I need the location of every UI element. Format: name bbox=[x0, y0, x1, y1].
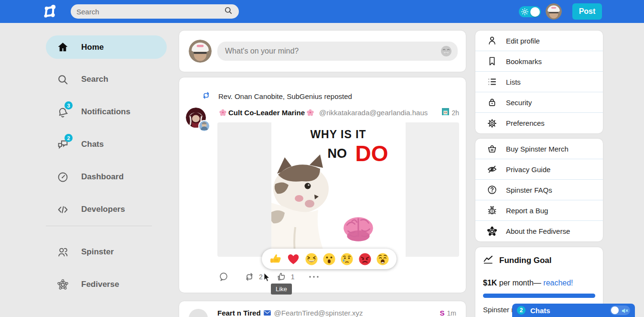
repost-note: Rev. Onan Canobite, SubGenius reposted bbox=[218, 92, 352, 100]
user-avatar[interactable] bbox=[189, 40, 212, 63]
theme-toggle-knob bbox=[530, 7, 540, 17]
post-author-name[interactable]: Feart n Tired bbox=[217, 309, 261, 317]
menu-item-merch[interactable]: Buy Spinster Merch bbox=[475, 139, 603, 159]
menu-item-about-fediverse[interactable]: About the Fediverse bbox=[475, 221, 603, 241]
repost-button[interactable]: 2 bbox=[244, 272, 263, 282]
spinster-logo[interactable] bbox=[43, 4, 57, 19]
funding-reached-link[interactable]: reached! bbox=[543, 279, 573, 287]
bookmark-icon bbox=[487, 56, 497, 66]
sidebar-item-spinster[interactable]: Spinster bbox=[46, 243, 114, 261]
reaction-surprised[interactable] bbox=[322, 252, 336, 266]
more-options-button[interactable] bbox=[308, 274, 320, 279]
reaction-angry[interactable] bbox=[358, 252, 372, 266]
funding-separator: — bbox=[534, 279, 543, 287]
fediverse-icon bbox=[56, 278, 69, 291]
user-avatar[interactable] bbox=[546, 3, 562, 20]
chats-unread-badge: 2 bbox=[517, 306, 526, 315]
post-media: WHY IS IT NO DO bbox=[217, 122, 459, 257]
account-menu-card: Edit profile Bookmarks Lists Security Pr… bbox=[475, 31, 603, 133]
post-author-handle[interactable]: @FeartnTired@spinster.xyz bbox=[274, 309, 363, 317]
menu-item-label: Buy Spinster Merch bbox=[506, 145, 569, 153]
menu-item-faqs[interactable]: Spinster FAQs bbox=[475, 180, 603, 200]
menu-item-security[interactable]: Security bbox=[475, 92, 603, 113]
menu-item-report-bug[interactable]: Report a Bug bbox=[475, 200, 603, 221]
chat-bubbles-icon: 2 bbox=[56, 138, 69, 151]
sidebar-item-home[interactable]: Home bbox=[46, 35, 167, 59]
post-author-name[interactable]: Cult Co-Leader Marine bbox=[228, 109, 305, 117]
sidebar-item-label: Search bbox=[81, 75, 108, 84]
reaction-laughing[interactable] bbox=[305, 252, 318, 266]
reaction-bar bbox=[262, 249, 397, 269]
question-circle-icon bbox=[487, 185, 497, 195]
menu-item-lists[interactable]: Lists bbox=[475, 72, 603, 92]
funding-status-line: $1K per month— reached! bbox=[483, 279, 595, 287]
chat-sound-toggle[interactable] bbox=[610, 306, 630, 315]
code-icon bbox=[56, 203, 69, 216]
sidebar-item-developers[interactable]: Developers bbox=[46, 201, 125, 218]
info-menu-card: Buy Spinster Merch Privacy Guide Spinste… bbox=[475, 139, 603, 241]
sidebar-item-fediverse[interactable]: Fediverse bbox=[46, 276, 119, 293]
reaction-crying[interactable] bbox=[340, 252, 354, 266]
chats-panel-title: Chats bbox=[530, 306, 550, 315]
menu-item-label: Edit profile bbox=[506, 37, 540, 45]
post-timestamp[interactable]: 2h bbox=[451, 109, 459, 117]
chats-panel-header[interactable]: 2 Chats bbox=[512, 304, 635, 317]
person-icon bbox=[487, 35, 497, 46]
reaction-heart[interactable] bbox=[287, 252, 300, 266]
funding-title: Funding Goal bbox=[499, 256, 552, 265]
post-card: Feart n Tired @FeartnTired@spinster.xyz … bbox=[179, 301, 466, 317]
reaction-thumbs-up[interactable] bbox=[269, 252, 282, 266]
sidebar-item-notifications[interactable]: 3 Notifications bbox=[46, 103, 130, 120]
sidebar-item-chats[interactable]: 2 Chats bbox=[46, 136, 104, 153]
sidebar-item-label: Notifications bbox=[81, 107, 130, 117]
menu-item-preferences[interactable]: Preferences bbox=[475, 113, 603, 133]
meme-title-text: WHY IS IT bbox=[271, 128, 406, 141]
menu-item-label: Spinster FAQs bbox=[506, 186, 552, 194]
post-button[interactable]: Post bbox=[572, 3, 602, 20]
menu-item-label: Report a Bug bbox=[506, 207, 548, 215]
post-author-avatar[interactable] bbox=[189, 309, 208, 317]
sidebar-divider bbox=[46, 226, 152, 226]
theme-toggle[interactable] bbox=[519, 6, 541, 17]
sidebar-item-label: Home bbox=[81, 43, 104, 52]
fediverse-icon bbox=[487, 226, 497, 237]
post-card: Rev. Onan Canobite, SubGenius reposted bbox=[179, 77, 466, 293]
cherry-blossom-icon bbox=[307, 109, 314, 116]
sidebar-item-search[interactable]: Search bbox=[46, 71, 108, 88]
meme-image[interactable]: WHY IS IT NO DO bbox=[271, 122, 406, 257]
post-author-handle[interactable]: @rikkatakarada@gearlandia.haus bbox=[319, 109, 428, 117]
reaction-weary[interactable] bbox=[376, 252, 389, 266]
search-input[interactable] bbox=[76, 8, 224, 16]
menu-item-edit-profile[interactable]: Edit profile bbox=[475, 31, 603, 51]
menu-item-label: Preferences bbox=[506, 119, 545, 127]
menu-item-label: Lists bbox=[506, 78, 521, 86]
brain-emoji-icon bbox=[341, 214, 376, 246]
menu-item-label: About the Fediverse bbox=[506, 227, 570, 235]
menu-item-label: Bookmarks bbox=[506, 57, 542, 66]
mouse-cursor bbox=[264, 273, 271, 284]
post-header: Feart n Tired @FeartnTired@spinster.xyz … bbox=[217, 309, 456, 317]
compose-input[interactable] bbox=[225, 47, 440, 55]
menu-item-privacy-guide[interactable]: Privacy Guide bbox=[475, 159, 603, 180]
chats-badge: 2 bbox=[64, 134, 73, 142]
lock-icon bbox=[487, 97, 497, 108]
compose-field bbox=[217, 42, 458, 61]
post-timestamp[interactable]: 1m bbox=[447, 309, 456, 317]
comment-button[interactable] bbox=[218, 272, 229, 282]
repost-icon bbox=[202, 91, 211, 102]
gear-icon bbox=[487, 118, 497, 129]
sidebar-item-dashboard[interactable]: Dashboard bbox=[46, 168, 124, 186]
page: Post Home Search 3 Notifications 2 bbox=[0, 0, 644, 317]
reposter-mini-avatar[interactable] bbox=[198, 120, 210, 132]
compose-card bbox=[179, 31, 466, 72]
post-actions: 2 1 bbox=[217, 270, 459, 284]
menu-item-bookmarks[interactable]: Bookmarks bbox=[475, 51, 603, 72]
left-sidebar: Home Search 3 Notifications 2 Chats bbox=[46, 23, 167, 317]
instance-favicon bbox=[442, 108, 449, 117]
search-icon[interactable] bbox=[224, 6, 233, 17]
chart-icon bbox=[483, 255, 494, 266]
like-button[interactable]: 1 bbox=[276, 272, 295, 282]
like-count: 1 bbox=[291, 273, 295, 281]
emoji-picker-icon[interactable] bbox=[440, 45, 452, 57]
sidebar-item-label: Fediverse bbox=[81, 280, 119, 289]
